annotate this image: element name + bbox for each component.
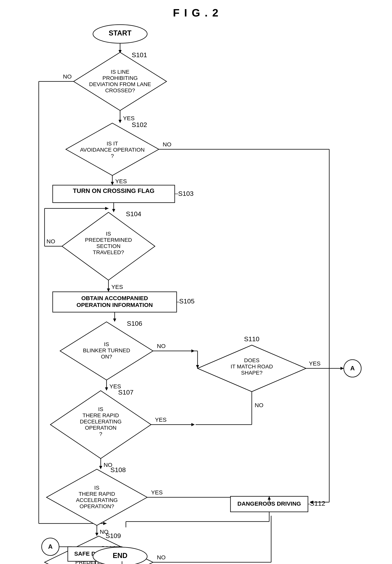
flowchart-svg: F I G . 2 START S101 IS LINE PROHIBITING… bbox=[0, 0, 392, 564]
s104-label: S104 bbox=[126, 210, 141, 218]
s109-label: S109 bbox=[106, 532, 121, 539]
s107-diamond-line3: DECELERATING bbox=[80, 419, 122, 425]
svg-marker-39 bbox=[99, 466, 102, 469]
s112-label: S112 bbox=[310, 500, 325, 507]
svg-marker-18 bbox=[112, 209, 115, 212]
start-node: START bbox=[109, 29, 131, 37]
s104-yes: YES bbox=[111, 284, 123, 290]
s104-diamond-line2: PREDETERMINED bbox=[85, 237, 132, 243]
s107-yes: YES bbox=[155, 416, 167, 423]
s107-diamond-line2: THERE RAPID bbox=[82, 412, 119, 418]
s106-diamond-line1: IS bbox=[104, 341, 109, 347]
s108-label: S108 bbox=[110, 466, 126, 473]
s108-diamond-line4: OPERATION? bbox=[80, 503, 114, 509]
connector-a-right: A bbox=[350, 365, 355, 372]
s110-no: NO bbox=[255, 402, 263, 408]
connector-a-left: A bbox=[48, 543, 53, 550]
s107-label: S107 bbox=[118, 389, 134, 396]
s110-label: S110 bbox=[244, 335, 259, 343]
s102-yes: YES bbox=[115, 178, 127, 184]
fig-title: F I G . 2 bbox=[173, 7, 219, 19]
diagram-container: F I G . 2 START S101 IS LINE PROHIBITING… bbox=[0, 0, 392, 564]
s102-no: NO bbox=[163, 141, 171, 148]
s106-diamond-line3: ON? bbox=[101, 354, 112, 360]
svg-marker-25 bbox=[107, 288, 110, 292]
s108-diamond-line2: THERE RAPID bbox=[79, 491, 115, 497]
s104-diamond-line1: IS bbox=[106, 231, 111, 237]
svg-marker-7 bbox=[103, 522, 107, 525]
svg-marker-29 bbox=[113, 319, 116, 322]
s101-yes: YES bbox=[123, 115, 135, 121]
s110-diamond-line3: SHAPE? bbox=[241, 370, 263, 376]
s104-diamond-line4: TRAVELED? bbox=[93, 249, 124, 255]
s108-yes: YES bbox=[151, 489, 163, 495]
svg-marker-34 bbox=[105, 387, 108, 391]
s102-diamond-line1: IS IT bbox=[107, 141, 118, 147]
s108-diamond-line3: ACCELERATING bbox=[76, 497, 118, 503]
s107-diamond-line5: ? bbox=[99, 431, 102, 437]
svg-marker-9 bbox=[119, 120, 122, 123]
s102-diamond-line3: ? bbox=[111, 153, 114, 159]
s106-label: S106 bbox=[127, 320, 142, 327]
s110-yes: YES bbox=[309, 360, 321, 367]
s101-label: S101 bbox=[132, 51, 147, 58]
s101-diamond-line4: CROSSED? bbox=[105, 87, 135, 93]
s107-diamond-line1: IS bbox=[98, 406, 103, 412]
s105-box-line2: OPERATION INFORMATION bbox=[77, 302, 153, 308]
svg-marker-50 bbox=[340, 367, 344, 370]
s101-diamond-line1: IS LINE bbox=[111, 69, 129, 75]
s101-no: NO bbox=[63, 73, 72, 80]
s101-diamond-line3: DEVIATION FROM LANE bbox=[89, 81, 151, 87]
s108-diamond-line1: IS bbox=[94, 485, 99, 491]
s107-diamond-line4: OPERATION bbox=[85, 425, 117, 431]
s102-diamond-line2: AVOIDANCE OPERATION bbox=[80, 147, 145, 153]
svg-marker-14 bbox=[111, 182, 114, 185]
s105-box-line1: OBTAIN ACCOMPANIED bbox=[81, 295, 148, 301]
s101-diamond-line2: PROHIBITING bbox=[102, 75, 138, 81]
s105-label: S105 bbox=[179, 297, 194, 305]
svg-marker-23 bbox=[105, 207, 108, 210]
svg-marker-45 bbox=[95, 533, 98, 536]
end-node: END bbox=[113, 551, 127, 560]
s104-no: NO bbox=[46, 238, 55, 244]
s104-diamond-line3: SECTION bbox=[96, 243, 121, 249]
svg-marker-52 bbox=[191, 423, 195, 426]
s103-label: S103 bbox=[178, 190, 193, 197]
s102-label: S102 bbox=[132, 121, 147, 128]
s110-diamond-line2: IT MATCH ROAD bbox=[231, 364, 273, 369]
s106-no: NO bbox=[157, 343, 166, 349]
s106-diamond-line2: BLINKER TURNED bbox=[83, 347, 130, 353]
s110-diamond-line1: DOES bbox=[244, 357, 259, 363]
s103-box-line1: TURN ON CROSSING FLAG bbox=[73, 187, 154, 194]
s109-no: NO bbox=[157, 554, 166, 561]
svg-marker-35 bbox=[50, 391, 151, 459]
